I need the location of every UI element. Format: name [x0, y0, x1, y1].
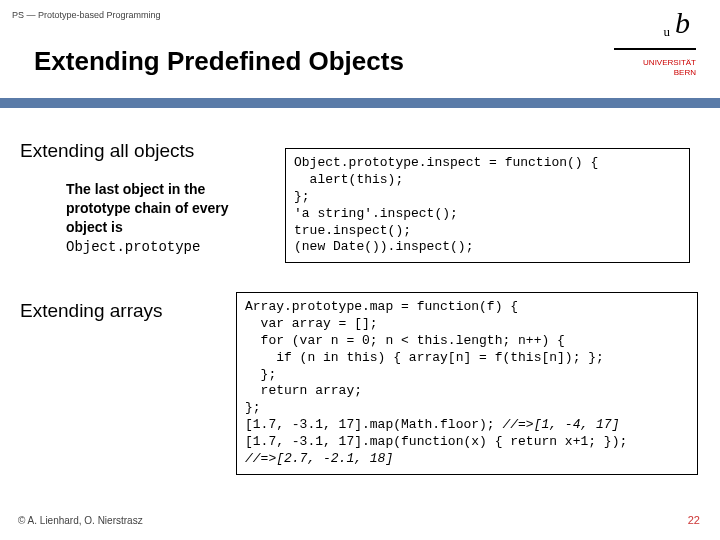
body-mono: Object.prototype — [66, 239, 200, 255]
logo-text: UNIVERSITÄT BERN — [643, 58, 696, 77]
page-number: 22 — [688, 514, 700, 526]
code-comment: //=>[2.7, -2.1, 18] — [245, 451, 393, 466]
code-line: 'a string'.inspect(); — [294, 206, 458, 221]
logo-uni-line2: BERN — [674, 68, 696, 77]
footer-copyright: © A. Lienhard, O. Nierstrasz — [18, 515, 143, 526]
code-line: alert(this); — [294, 172, 403, 187]
logo-letter-u: u — [664, 24, 671, 40]
section-body-extending-objects: The last object in the prototype chain o… — [66, 180, 236, 257]
code-line: for (var n = 0; n < this.length; n++) { — [245, 333, 565, 348]
logo-divider — [614, 48, 696, 50]
title-accent-bar — [0, 98, 720, 108]
code-line: [1.7, -3.1, 17].map(function(x) { return… — [245, 434, 627, 449]
code-line: (new Date()).inspect(); — [294, 239, 473, 254]
code-line: true.inspect(); — [294, 223, 411, 238]
logo-letter-b: b — [675, 6, 690, 40]
page-title: Extending Predefined Objects — [34, 46, 404, 77]
code-block-array-prototype: Array.prototype.map = function(f) { var … — [236, 292, 698, 475]
code-line: }; — [245, 400, 261, 415]
code-line: Object.prototype.inspect = function() { — [294, 155, 598, 170]
code-line: var array = []; — [245, 316, 378, 331]
code-line: if (n in this) { array[n] = f(this[n]); … — [245, 350, 604, 365]
section-heading-extending-objects: Extending all objects — [20, 140, 194, 162]
code-line: [1.7, -3.1, 17].map(Math.floor); — [245, 417, 502, 432]
logo-uni-line1: UNIVERSITÄT — [643, 58, 696, 67]
slide: PS — Prototype-based Programming b u UNI… — [0, 0, 720, 540]
code-line: Array.prototype.map = function(f) { — [245, 299, 518, 314]
university-logo: b u UNIVERSITÄT BERN — [614, 6, 696, 94]
section-heading-extending-arrays: Extending arrays — [20, 300, 163, 322]
body-text: The last object in the prototype chain o… — [66, 181, 229, 235]
code-block-object-prototype: Object.prototype.inspect = function() { … — [285, 148, 690, 263]
code-line: }; — [294, 189, 310, 204]
code-line: return array; — [245, 383, 362, 398]
code-line: }; — [245, 367, 276, 382]
code-comment: //=>[1, -4, 17] — [502, 417, 619, 432]
breadcrumb: PS — Prototype-based Programming — [12, 10, 161, 20]
